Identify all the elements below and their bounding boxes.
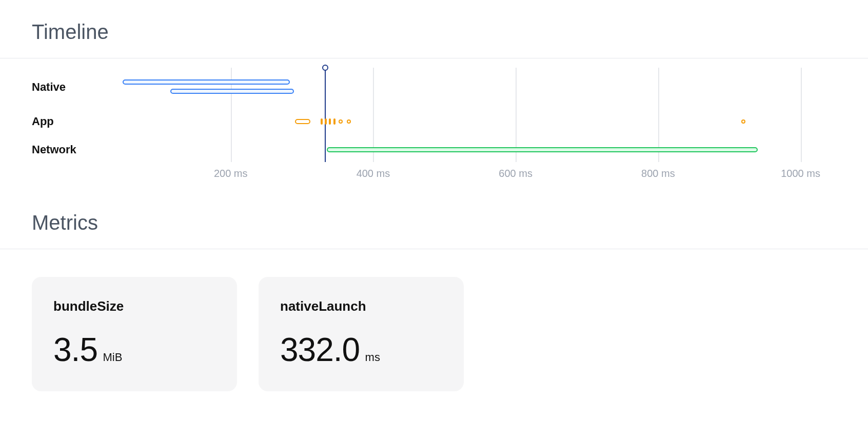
timeline-point (339, 119, 343, 124)
timeline-tick (325, 118, 327, 125)
timeline-bar (170, 89, 294, 94)
timeline-bar (123, 79, 290, 85)
metrics-title: Metrics (0, 191, 868, 249)
metric-value: 332.0 (280, 331, 360, 369)
x-tick-label: 800 ms (641, 168, 675, 179)
timeline-tick (321, 118, 323, 125)
timeline-bar (295, 119, 311, 124)
timeline-row-label: App (32, 115, 54, 128)
metric-unit: MiB (103, 351, 122, 364)
x-tick-label: 600 ms (499, 168, 532, 179)
timeline-tick (329, 118, 331, 125)
timeline-title: Timeline (0, 0, 868, 58)
timeline-point (347, 119, 351, 124)
x-tick-label: 200 ms (214, 168, 248, 179)
marker-line (325, 68, 326, 162)
timeline-row-label: Native (32, 81, 66, 94)
metric-card-native-launch: nativeLaunch 332.0 ms (259, 277, 464, 391)
metric-name: bundleSize (53, 298, 215, 314)
metric-name: nativeLaunch (280, 298, 442, 314)
timeline-bar (327, 147, 758, 152)
marker-dot-icon (322, 65, 328, 71)
timeline-chart: 200 ms400 ms600 ms800 ms1000 msNativeApp… (0, 58, 868, 191)
x-tick-label: 1000 ms (781, 168, 820, 179)
metric-value: 3.5 (53, 331, 97, 369)
metric-unit: ms (365, 351, 380, 364)
timeline-tick (333, 118, 336, 125)
metrics-grid: bundleSize 3.5 MiB nativeLaunch 332.0 ms (0, 249, 868, 419)
metric-card-bundle-size: bundleSize 3.5 MiB (32, 277, 237, 391)
timeline-row-label: Network (32, 143, 76, 156)
x-tick-label: 400 ms (357, 168, 390, 179)
timeline-point (741, 119, 745, 124)
gridline (801, 68, 802, 162)
